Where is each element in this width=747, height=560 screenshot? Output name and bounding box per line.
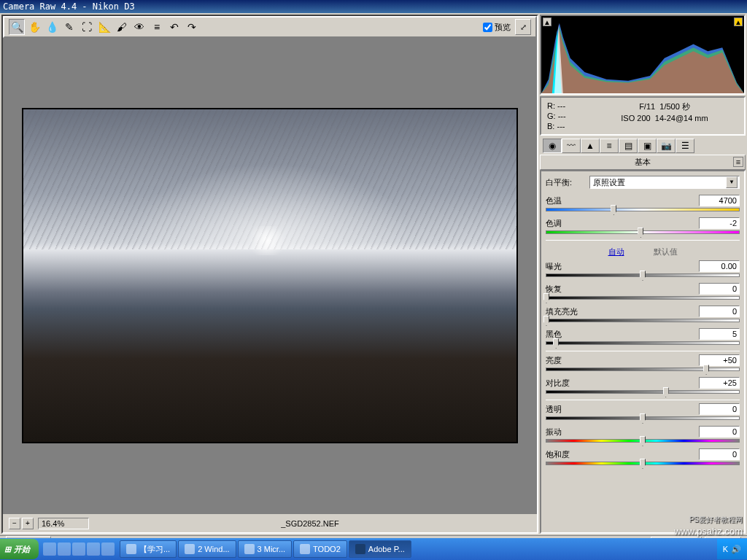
tint-slider[interactable] (546, 230, 740, 234)
tab-presets[interactable]: ☰ (676, 139, 694, 153)
crop-tool-icon[interactable]: ⛶ (79, 19, 95, 35)
tab-lens[interactable]: ▣ (638, 139, 657, 153)
ql-icon[interactable] (58, 542, 71, 556)
vibrance-value[interactable]: 0 (699, 426, 740, 438)
quick-launch (39, 542, 119, 556)
ql-icon[interactable] (101, 542, 115, 556)
app-icon (244, 544, 255, 554)
zoom-in-button[interactable]: + (22, 518, 34, 529)
contrast-value[interactable]: +25 (699, 377, 740, 389)
eyedropper-icon[interactable]: 💧 (44, 19, 60, 35)
straighten-tool-icon[interactable]: 📐 (96, 19, 112, 35)
clarity-slider[interactable] (546, 416, 740, 420)
tab-camera[interactable]: 📷 (657, 139, 676, 153)
auto-link[interactable]: 自动 (608, 246, 624, 257)
shadow-clip-icon[interactable]: ▲ (543, 18, 551, 26)
exposure-slider[interactable] (546, 273, 740, 277)
tab-basic[interactable]: ◉ (543, 139, 562, 153)
fullscreen-icon[interactable]: ⤢ (515, 19, 531, 35)
system-tray[interactable]: K 🔊 (717, 539, 747, 559)
zoom-out-button[interactable]: − (9, 518, 20, 529)
fill-slider[interactable] (546, 319, 740, 322)
preview-checkbox[interactable] (483, 23, 492, 32)
app-icon (355, 544, 365, 554)
panel-title: 基本 ≡ (540, 155, 746, 170)
task-button[interactable]: TODO2 (293, 540, 347, 558)
task-button[interactable]: 【学习... (120, 540, 177, 558)
saturation-value[interactable]: 0 (699, 448, 740, 460)
exposure-label: 曝光 (546, 261, 562, 272)
brightness-value[interactable]: +50 (699, 354, 740, 366)
saturation-label: 饱和度 (546, 449, 570, 460)
tray-icon[interactable]: K (723, 545, 728, 553)
exposure-value[interactable]: 0.00 (699, 260, 740, 272)
adjustment-tabs: ◉ 〰 ▲ ≡ ▤ ▣ 📷 ☰ (540, 137, 746, 155)
fill-value[interactable]: 0 (699, 306, 740, 317)
tint-value[interactable]: -2 (699, 217, 740, 229)
task-button[interactable]: 3 Micr... (238, 540, 293, 558)
ql-icon[interactable] (87, 542, 100, 556)
vibrance-slider[interactable] (546, 439, 740, 443)
saturation-slider[interactable] (546, 462, 740, 465)
windows-logo-icon: ⊞ (4, 545, 11, 554)
blacks-slider[interactable] (546, 341, 740, 345)
toolbar: 🔍 ✋ 💧 ✎ ⛶ 📐 🖌 👁 ≡ ↶ ↷ 预览 ⤢ (3, 16, 537, 38)
color-sampler-icon[interactable]: ✎ (61, 19, 77, 35)
preview-label: 预览 (495, 22, 511, 33)
clarity-label: 透明 (546, 404, 562, 415)
preview-toggle[interactable]: 预览 (483, 22, 511, 33)
tab-split[interactable]: ▤ (619, 139, 638, 153)
rotate-cw-icon[interactable]: ↷ (184, 19, 200, 35)
redeye-tool-icon[interactable]: 👁 (131, 19, 147, 35)
tab-curve[interactable]: 〰 (562, 139, 581, 153)
app-icon (126, 544, 136, 554)
temp-value[interactable]: 4700 (699, 195, 740, 206)
contrast-label: 对比度 (546, 378, 570, 389)
taskbar: ⊞ 开始 【学习... 2 Wind... 3 Micr... TODO2 Ad… (0, 538, 747, 560)
default-link[interactable]: 默认值 (654, 246, 678, 257)
tab-detail[interactable]: ▲ (581, 139, 600, 153)
histogram: ▲ ▲ (540, 15, 746, 95)
task-button[interactable]: Adobe P... (349, 540, 411, 558)
task-button[interactable]: 2 Wind... (178, 540, 236, 558)
tab-hsl[interactable]: ≡ (600, 139, 619, 153)
preview-panel: 🔍 ✋ 💧 ✎ ⛶ 📐 🖌 👁 ≡ ↶ ↷ 预览 ⤢ − (1, 15, 538, 534)
temp-label: 色温 (546, 195, 562, 206)
hand-tool-icon[interactable]: ✋ (26, 19, 42, 35)
wb-select[interactable]: 原照设置 (589, 176, 740, 189)
watermark-top: PS爱好者教程网 (689, 515, 743, 525)
ql-icon[interactable] (72, 542, 85, 556)
watermark: www.psahz.com (674, 526, 743, 537)
preview-footer: − + 16.4% _SGD2852.NEF (3, 513, 537, 532)
zoom-tool-icon[interactable]: 🔍 (9, 19, 25, 35)
fill-label: 填充亮光 (546, 306, 578, 317)
info-readout: R: --- G: --- B: --- F/11 1/500 秒 ISO 20… (540, 96, 746, 136)
blacks-value[interactable]: 5 (699, 328, 740, 340)
prefs-icon[interactable]: ≡ (149, 19, 165, 35)
recovery-label: 恢复 (546, 284, 562, 295)
tint-label: 色调 (546, 218, 562, 229)
panel-menu-icon[interactable]: ≡ (733, 157, 743, 167)
zoom-value[interactable]: 16.4% (38, 518, 89, 529)
adjustments-panel: ▲ ▲ R: --- G: --- B: --- F/11 1/500 秒 IS… (540, 15, 746, 534)
rotate-ccw-icon[interactable]: ↶ (166, 19, 182, 35)
brightness-slider[interactable] (546, 368, 740, 371)
settings-body: 白平衡: 原照设置 色温 4700 色调 -2 自动 (540, 170, 746, 534)
highlight-clip-icon[interactable]: ▲ (734, 18, 743, 26)
recovery-slider[interactable] (546, 296, 740, 300)
preview-image[interactable] (22, 108, 518, 443)
preview-zone (3, 38, 537, 513)
contrast-slider[interactable] (546, 390, 740, 394)
recovery-value[interactable]: 0 (699, 283, 740, 295)
wb-label: 白平衡: (546, 177, 589, 188)
brightness-label: 亮度 (546, 355, 562, 366)
tray-icon[interactable]: 🔊 (731, 545, 741, 554)
app-icon (300, 544, 310, 554)
clarity-value[interactable]: 0 (699, 403, 740, 415)
start-button[interactable]: ⊞ 开始 (0, 539, 39, 559)
blacks-label: 黑色 (546, 329, 562, 340)
temp-slider[interactable] (546, 208, 740, 211)
retouch-tool-icon[interactable]: 🖌 (114, 19, 130, 35)
ql-icon[interactable] (43, 542, 56, 556)
vibrance-label: 振动 (546, 427, 562, 438)
